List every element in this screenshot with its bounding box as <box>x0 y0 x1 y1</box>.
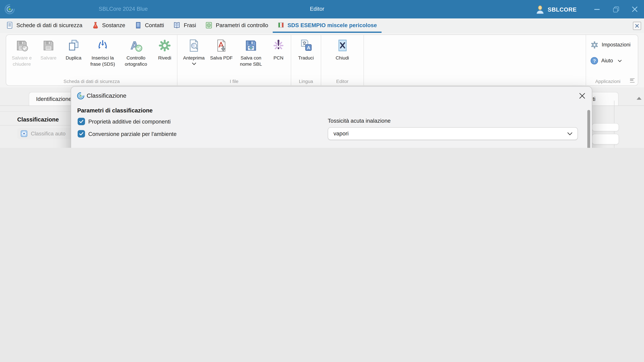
ribbon-group-sds: Salvare e chiudere Salvare Duplica Inser… <box>6 35 177 85</box>
ribbon-button-label: Salva con nome SBL <box>235 55 266 67</box>
sds-document-icon <box>6 21 14 29</box>
environment-conversion-label: Conversione parziale per l'ambiente <box>88 131 176 137</box>
tabbar-spacer <box>381 18 633 33</box>
help-label: Aiuto <box>601 58 613 63</box>
tab-sds-esempio[interactable]: SDS ESEMPIO miscele pericolose <box>273 18 381 33</box>
gear-icon <box>590 40 599 49</box>
application-window: SBLCore 2024 Blue Editor SBLCORE Schede … <box>0 0 644 148</box>
tab-parametri-controllo[interactable]: Parametri di controllo <box>200 18 273 33</box>
user-icon <box>536 4 545 14</box>
translate-icon: A <box>298 38 313 53</box>
params-section-heading: Parametri di classificazione <box>77 107 152 114</box>
italian-flag-icon <box>277 21 284 29</box>
minimize-button[interactable] <box>587 0 606 18</box>
selected-value: vapori <box>334 131 567 137</box>
save-icon <box>41 38 56 53</box>
preview-button[interactable]: Anteprima <box>179 37 209 66</box>
editor-content: Identificazione ti Classificazione Class… <box>0 87 644 148</box>
duplicate-button[interactable]: Duplica <box>60 37 87 62</box>
save-sbl-icon <box>244 38 258 53</box>
close-window-button[interactable] <box>625 0 644 18</box>
tab-schede-dati-sicurezza[interactable]: Schede di dati di sicurezza <box>1 18 87 33</box>
ribbon-button-label: Duplica <box>66 55 81 61</box>
environment-conversion-checkbox[interactable] <box>78 130 85 137</box>
close-icon <box>632 6 638 12</box>
pcn-button[interactable]: PCN <box>268 37 289 62</box>
ribbon-button-label: Salvare <box>40 55 56 61</box>
additive-properties-checkbox[interactable] <box>78 118 85 125</box>
save-close-icon <box>14 38 29 53</box>
chevron-down-icon <box>192 62 196 65</box>
svg-text:?: ? <box>593 58 596 63</box>
inhalation-toxicity-select[interactable]: vapori <box>328 127 578 140</box>
dialog-scrollbar-thumb[interactable] <box>587 110 590 148</box>
restore-icon <box>613 6 618 12</box>
classification-dialog: Classificazione Parametri di classificaz… <box>70 86 592 148</box>
close-document-icon <box>335 38 350 53</box>
ribbon-button-label: Chiudi <box>336 55 349 61</box>
ribbon: Salvare e chiudere Salvare Duplica Inser… <box>0 33 644 87</box>
save-button[interactable]: Salvare <box>36 37 60 62</box>
tab-label: Parametri di controllo <box>216 22 268 28</box>
main-tabbar: Schede di dati di sicurezza Sostanze Con… <box>0 18 644 33</box>
ribbon-group-caption: I file <box>178 79 291 84</box>
inhalation-toxicity-label: Tossicità acuta inalazione <box>328 118 390 124</box>
divider <box>0 105 78 106</box>
account-button[interactable]: SBLCORE <box>536 4 577 14</box>
ribbon-group-caption: Applicazioni <box>586 79 630 84</box>
tab-sostanze[interactable]: Sostanze <box>87 18 130 33</box>
minimize-icon <box>594 9 600 10</box>
preview-icon <box>186 38 201 53</box>
insert-phrase-button[interactable]: Inserisci la frase (SDS) <box>87 37 119 68</box>
pdf-icon <box>214 38 229 53</box>
titlebar: SBLCore 2024 Blue Editor SBLCORE <box>0 0 644 18</box>
tab-label: Identificazione <box>36 96 72 102</box>
chevron-down-icon <box>567 132 572 135</box>
ribbon-button-label: PCN <box>274 55 284 61</box>
help-button[interactable]: ? Aiuto <box>590 56 622 65</box>
app-title: SBLCore 2024 Blue <box>0 6 246 12</box>
review-button[interactable]: Rivedi <box>153 37 176 62</box>
ribbon-button-label: Rivedi <box>158 55 171 61</box>
ribbon-button-label: Inserisci la frase (SDS) <box>88 55 118 67</box>
spellcheck-button[interactable]: A Controllo ortografico <box>119 37 153 68</box>
duplicate-icon <box>66 38 81 53</box>
pcn-icon <box>271 38 286 53</box>
tab-contatti[interactable]: Contatti <box>130 18 169 33</box>
target-icon <box>205 21 213 29</box>
close-tab-button[interactable] <box>633 22 641 30</box>
account-label: SBLCORE <box>548 6 577 12</box>
auto-classify-icon <box>20 130 28 137</box>
check-icon <box>79 131 84 136</box>
close-icon <box>579 92 585 99</box>
group-options-icon[interactable] <box>630 78 634 82</box>
review-gear-icon <box>157 38 172 53</box>
scrollbar-up-arrow[interactable] <box>636 97 642 100</box>
tab-frasi[interactable]: Frasi <box>168 18 200 33</box>
save-as-sbl-button[interactable]: Salva con nome SBL <box>234 37 268 68</box>
settings-button[interactable]: Impostazioni <box>590 40 630 49</box>
tab-label: ti <box>593 96 596 102</box>
save-and-close-button[interactable]: Salvare e chiudere <box>7 37 36 68</box>
tab-label: Contatti <box>145 22 164 28</box>
check-icon <box>79 119 84 124</box>
tab-label: Frasi <box>184 22 196 28</box>
close-editor-button[interactable]: Chiudi <box>328 37 357 62</box>
flask-icon <box>92 21 99 29</box>
auto-classify-label: Classifica auto <box>31 131 66 137</box>
ribbon-group-caption: Lingua <box>291 79 321 84</box>
ribbon-button-label: Anteprima <box>183 55 204 61</box>
close-tab-icon <box>635 24 639 28</box>
ribbon-empty-area <box>364 35 586 85</box>
save-pdf-button[interactable]: Salva PDF <box>209 37 234 62</box>
dialog-close-button[interactable] <box>578 91 586 100</box>
svg-text:A: A <box>307 45 310 50</box>
book-icon <box>173 21 181 29</box>
settings-label: Impostazioni <box>602 42 630 48</box>
tab-label: Sostanze <box>102 22 125 28</box>
translate-button[interactable]: A Traduci <box>292 37 320 62</box>
restore-button[interactable] <box>606 0 625 18</box>
background-field <box>592 123 619 131</box>
dialog-logo-icon <box>77 92 85 100</box>
ribbon-button-label: Traduci <box>298 55 314 61</box>
